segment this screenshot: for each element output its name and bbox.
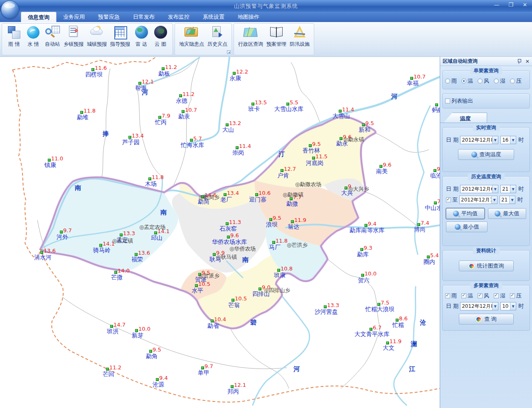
station-marker-崇岗[interactable] — [236, 146, 239, 149]
station-marker-骑马岭[interactable] — [99, 244, 102, 247]
statistics-chart-button[interactable]: 统计图查询 — [459, 261, 514, 271]
chevron-down-icon[interactable]: ▼ — [510, 136, 516, 144]
menu-tab-业务应用[interactable]: 业务应用 — [57, 12, 91, 22]
to-date-checkbox[interactable] — [446, 197, 451, 202]
minimize-button[interactable]: — — [493, 2, 500, 8]
station-marker-忙糯大浪坝[interactable] — [377, 303, 380, 306]
radio-压[interactable]: 压 — [510, 77, 522, 85]
checkbox-icon[interactable] — [478, 293, 483, 298]
station-marker-忙海水库[interactable] — [190, 139, 193, 142]
station-marker-忙丙[interactable] — [158, 116, 161, 119]
toolbar-button-乡镇预报[interactable]: 乡镇预报 — [62, 25, 85, 48]
station-marker-邦丙[interactable] — [231, 385, 234, 388]
station-marker-四排山[interactable] — [259, 288, 261, 290]
radio-温[interactable]: 温 — [461, 77, 473, 85]
station-marker-永康[interactable] — [233, 72, 236, 75]
station-marker-勐板[interactable] — [162, 67, 165, 70]
menu-tab-信息查询[interactable]: 信息查询 — [21, 12, 57, 22]
realtime-date-combo[interactable]: 2012年12月8日 ▼ — [460, 136, 498, 144]
station-marker-贺六[interactable] — [361, 274, 364, 277]
chevron-down-icon[interactable]: ▼ — [491, 196, 497, 204]
radio-icon[interactable] — [478, 79, 483, 84]
station-marker-忙糯[interactable] — [396, 319, 399, 322]
station-marker-新芽[interactable] — [135, 329, 138, 332]
station-marker-幸福[interactable] — [410, 77, 413, 80]
station-marker-户肯[interactable] — [281, 169, 283, 172]
radio-icon[interactable] — [461, 79, 466, 84]
toolbar-button-雨情[interactable]: 雨 情 — [5, 25, 24, 48]
multi-query-button[interactable]: 查 询 — [459, 314, 514, 324]
station-marker-博尚[interactable] — [417, 223, 420, 226]
chevron-down-icon[interactable]: ▼ — [509, 196, 515, 204]
station-marker-马厂[interactable] — [272, 241, 275, 244]
station-marker-香竹林[interactable] — [309, 144, 312, 147]
average-value-button[interactable]: 平均值 — [446, 208, 485, 219]
station-marker-勐库[interactable] — [360, 248, 363, 251]
station-marker-沧源[interactable] — [156, 378, 159, 381]
checkbox-icon[interactable] — [461, 293, 466, 298]
close-panel-icon[interactable]: ✕ — [525, 59, 530, 64]
menu-tab-发布监控[interactable]: 发布监控 — [161, 12, 196, 22]
radio-风[interactable]: 风 — [478, 77, 489, 85]
chevron-down-icon[interactable]: ▼ — [510, 302, 516, 310]
checkbox-压[interactable]: 压 — [510, 292, 522, 300]
toolbar-button-城镇预报[interactable]: 城镇预报 — [85, 25, 108, 48]
toolbar-button-历史灾点[interactable]: 历史灾点 — [206, 25, 229, 48]
query-temperature-button[interactable]: 查询温度 — [458, 149, 514, 160]
toolbar-button-防汛设施[interactable]: 防汛设施 — [288, 25, 311, 48]
dialog-launcher-icon[interactable] — [227, 50, 231, 54]
radio-icon[interactable] — [445, 79, 450, 84]
checkbox-温[interactable]: 温 — [461, 292, 473, 300]
station-marker-沙河营盘[interactable] — [324, 305, 327, 308]
station-marker-中山水库[interactable] — [434, 202, 437, 204]
station-marker-临沧[interactable] — [433, 169, 436, 172]
station-marker-贺派[interactable] — [198, 273, 201, 276]
app-logo-orb[interactable] — [1, 0, 19, 19]
toolbar-button-指导预报[interactable]: 指导预报 — [108, 25, 132, 48]
checkbox-icon[interactable] — [445, 293, 450, 298]
menu-tab-系统设置[interactable]: 系统设置 — [196, 12, 231, 22]
station-marker-镇康[interactable] — [48, 159, 51, 162]
checkbox-icon[interactable] — [510, 293, 515, 298]
station-marker-木场[interactable] — [148, 177, 151, 180]
station-marker-大兴[interactable] — [345, 187, 347, 189]
toolbar-button-地灾隐患点[interactable]: 地灾隐患点 — [177, 25, 206, 48]
station-marker-班卡[interactable] — [251, 103, 254, 106]
station-marker-勐库南等水库[interactable] — [365, 224, 367, 227]
toolbar-button-自动站[interactable]: 自动站 — [43, 25, 62, 48]
station-marker-邱山[interactable] — [154, 231, 157, 234]
station-marker-孟定[interactable] — [120, 233, 123, 236]
station-marker-大山[interactable] — [226, 123, 229, 126]
radio-雨[interactable]: 雨 — [445, 77, 457, 85]
checkbox-雨[interactable]: 雨 — [445, 292, 457, 300]
station-marker-勐简[interactable] — [201, 195, 204, 198]
station-marker-蚂蚁[interactable] — [435, 103, 438, 106]
station-marker-老厂[interactable] — [224, 193, 227, 196]
tab-temperature[interactable]: 温度 — [443, 113, 487, 123]
station-marker-清水河[interactable] — [40, 251, 43, 254]
menu-tab-地图操作[interactable]: 地图操作 — [231, 12, 266, 22]
station-marker-勐角[interactable] — [149, 350, 152, 353]
history-start-hour-combo[interactable]: 21 ▼ — [500, 185, 516, 193]
radio-icon[interactable] — [494, 79, 499, 84]
station-marker-水平[interactable] — [195, 284, 198, 287]
toolbar-button-雷达[interactable]: 雷 达 — [132, 25, 151, 48]
station-marker-新和[interactable] — [362, 123, 365, 126]
min-value-button[interactable]: 最小值 — [446, 221, 488, 232]
station-marker-单甲[interactable] — [201, 366, 204, 369]
close-button[interactable]: ✕ — [521, 2, 529, 8]
station-marker-迎门寨[interactable] — [255, 193, 258, 196]
chevron-down-icon[interactable]: ▼ — [492, 302, 498, 310]
history-start-date-combo[interactable]: 2012年12月6日 ▼ — [460, 185, 498, 193]
station-marker-河底岗[interactable] — [312, 157, 315, 160]
chevron-down-icon[interactable]: ▼ — [492, 136, 498, 144]
checkbox-湿[interactable]: 湿 — [494, 292, 505, 300]
toolbar-button-云图[interactable]: 云 图 — [151, 25, 170, 48]
station-marker-福荣[interactable] — [135, 253, 138, 256]
list-output-checkbox[interactable]: 列表输出 — [445, 97, 527, 105]
map-canvas[interactable]: 11.6四楞坝12.1帮海11.2勐板12.2永康11.2永德11.8勐堆13.… — [0, 57, 440, 408]
realtime-hour-combo[interactable]: 16 ▼ — [500, 136, 516, 144]
station-marker-芒回[interactable] — [106, 368, 109, 371]
checkbox-icon[interactable] — [494, 293, 499, 298]
station-marker-勐永[interactable] — [340, 137, 342, 140]
